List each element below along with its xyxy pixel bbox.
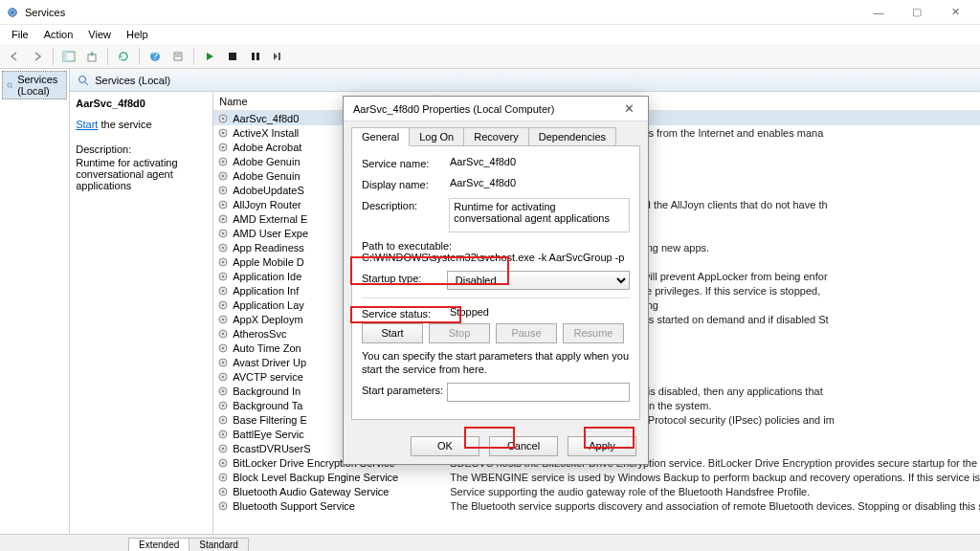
pause-button[interactable]: Pause	[496, 323, 557, 343]
startup-type-select[interactable]: Disabled	[447, 271, 630, 290]
cancel-button[interactable]: Cancel	[489, 436, 558, 456]
gear-icon	[217, 127, 229, 139]
description-box: Runtime for activating conversational ag…	[449, 198, 630, 232]
svg-point-59	[222, 404, 225, 407]
back-button[interactable]	[4, 46, 25, 67]
gear-icon	[217, 156, 229, 167]
services-icon	[6, 6, 19, 19]
table-row[interactable]: Block Level Backup Engine ServiceThe WBE…	[213, 470, 980, 484]
menu-action[interactable]: Action	[36, 27, 81, 42]
menu-view[interactable]: View	[80, 27, 119, 42]
gear-icon	[217, 170, 229, 182]
service-desc-cell: The Bluetooth service supports discovery…	[450, 500, 980, 512]
start-service-button[interactable]	[199, 46, 220, 67]
center-header-label: Services (Local)	[95, 75, 170, 86]
show-hide-tree-button[interactable]	[58, 46, 79, 67]
label-path: Path to executable:	[362, 240, 630, 252]
dialog-body: Service name: AarSvc_4f8d0 Display name:…	[351, 145, 640, 420]
value-display-name: AarSvc_4f8d0	[450, 177, 630, 188]
gear-icon	[217, 443, 229, 454]
dialog-titlebar: AarSvc_4f8d0 Properties (Local Computer)…	[344, 97, 648, 121]
svg-point-45	[222, 303, 225, 306]
description-label: Description:	[76, 143, 207, 155]
tab-dependencies[interactable]: Dependencies	[528, 127, 616, 146]
services-icon	[78, 75, 89, 86]
service-name-cell: Bluetooth Support Service	[233, 500, 450, 512]
refresh-button[interactable]	[113, 46, 134, 67]
svg-point-65	[222, 447, 225, 450]
tab-logon[interactable]: Log On	[409, 127, 464, 146]
svg-line-17	[85, 82, 88, 85]
ok-button[interactable]: OK	[411, 436, 479, 456]
minimize-button[interactable]: —	[859, 2, 898, 23]
start-button[interactable]: Start	[362, 323, 423, 343]
gear-icon	[217, 472, 229, 483]
resume-button[interactable]: Resume	[563, 323, 624, 343]
apply-button[interactable]: Apply	[568, 436, 636, 456]
gear-icon	[217, 342, 229, 354]
svg-rect-11	[252, 53, 255, 60]
tab-recovery[interactable]: Recovery	[463, 127, 528, 146]
titlebar: Services — ▢ ✕	[0, 0, 980, 25]
selected-service-name: AarSvc_4f8d0	[76, 98, 207, 109]
menu-help[interactable]: Help	[119, 27, 156, 42]
svg-point-73	[222, 504, 225, 507]
properties-button[interactable]	[167, 46, 189, 67]
start-service-link[interactable]: Start	[76, 119, 98, 130]
svg-point-29	[222, 188, 225, 191]
svg-point-16	[79, 76, 86, 82]
tree-pane: Services (Local)	[0, 69, 70, 534]
tab-extended[interactable]: Extended	[128, 538, 189, 551]
service-desc-cell: The WBENGINE service is used by Windows …	[450, 472, 980, 483]
gear-icon	[217, 199, 229, 210]
toolbar: ?	[0, 44, 980, 69]
pause-service-button[interactable]	[245, 46, 266, 67]
start-params-input[interactable]	[447, 383, 630, 402]
stop-button[interactable]: Stop	[429, 323, 490, 343]
forward-button[interactable]	[27, 46, 48, 67]
maximize-button[interactable]: ▢	[898, 2, 936, 23]
gear-icon	[217, 271, 229, 282]
gear-icon	[217, 213, 229, 225]
tab-standard[interactable]: Standard	[189, 538, 249, 551]
svg-point-39	[222, 260, 225, 263]
tree-services-local[interactable]: Services (Local)	[2, 71, 67, 99]
center-header: Services (Local)	[70, 69, 980, 92]
value-path: C:\WINDOWS\system32\svchost.exe -k AarSv…	[362, 252, 630, 263]
menu-file[interactable]: File	[4, 27, 36, 42]
dialog-close-button[interactable]: ✕	[620, 101, 638, 116]
details-pane: AarSvc_4f8d0 Start the service Descripti…	[70, 92, 213, 534]
svg-point-61	[222, 418, 225, 421]
help-button[interactable]: ?	[145, 46, 166, 67]
svg-point-23	[222, 145, 225, 148]
table-row[interactable]: Bluetooth Support ServiceThe Bluetooth s…	[213, 498, 980, 513]
gear-icon	[217, 357, 229, 368]
close-button[interactable]: ✕	[936, 2, 974, 23]
svg-point-27	[222, 174, 225, 177]
bottom-tabs: Extended Standard	[0, 534, 980, 551]
restart-service-button[interactable]	[268, 46, 289, 67]
svg-point-63	[222, 432, 225, 435]
svg-point-51	[222, 346, 225, 349]
export-button[interactable]	[81, 46, 102, 67]
svg-point-25	[222, 160, 225, 163]
dialog-footer: OK Cancel Apply	[344, 429, 648, 464]
table-row[interactable]: Bluetooth Audio Gateway ServiceService s…	[213, 484, 980, 498]
svg-rect-12	[256, 53, 259, 60]
label-start-params: Start parameters:	[362, 383, 447, 396]
tab-general[interactable]: General	[351, 127, 410, 146]
svg-point-14	[8, 83, 11, 87]
services-icon	[7, 79, 13, 91]
svg-point-69	[222, 475, 225, 478]
gear-icon	[217, 386, 229, 397]
value-description: Runtime for activating conversational ag…	[454, 201, 625, 224]
service-name-cell: Block Level Backup Engine Service	[233, 472, 450, 483]
gear-icon	[217, 142, 229, 153]
start-params-note: You can specify the start parameters tha…	[362, 349, 630, 377]
stop-service-button[interactable]	[222, 46, 243, 67]
gear-icon	[217, 400, 229, 411]
label-display-name: Display name:	[362, 177, 450, 190]
dialog-tabs: General Log On Recovery Dependencies	[344, 121, 648, 146]
gear-icon	[217, 299, 229, 311]
gear-icon	[217, 242, 229, 253]
